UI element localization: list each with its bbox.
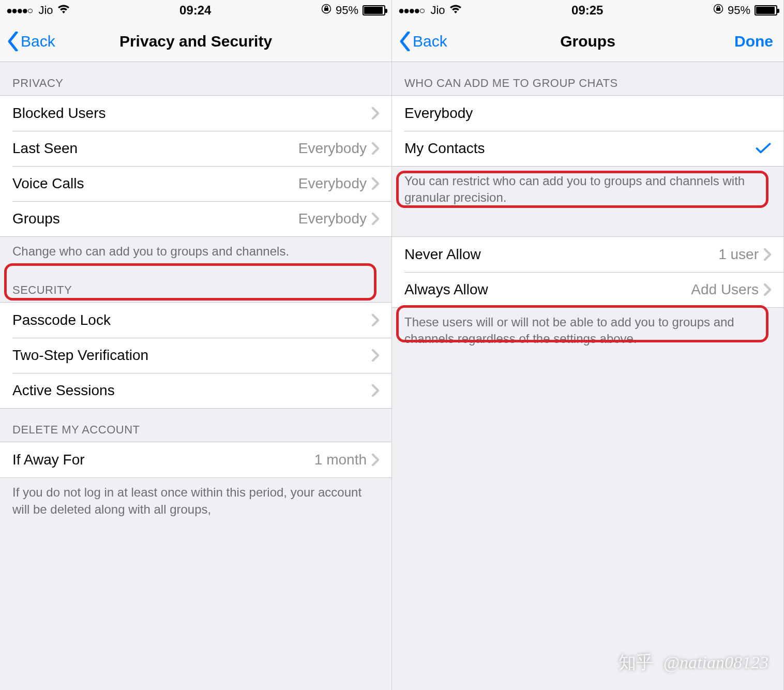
content: WHO CAN ADD ME TO GROUP CHATS Everybody … bbox=[392, 62, 783, 690]
status-bar: ●●●●○ Jio 09:25 95% bbox=[392, 0, 783, 21]
row-value: 1 month bbox=[314, 452, 367, 468]
orientation-lock-icon bbox=[321, 4, 331, 17]
row-label: Always Allow bbox=[404, 281, 488, 298]
signal-dots-icon: ●●●●○ bbox=[6, 5, 32, 17]
row-label: Blocked Users bbox=[12, 105, 106, 122]
row-value: Everybody bbox=[298, 175, 367, 192]
nav-bar: Back Groups Done bbox=[392, 21, 783, 62]
row-groups[interactable]: Groups Everybody bbox=[0, 201, 391, 236]
battery-percent: 95% bbox=[336, 4, 358, 17]
chevron-right-icon bbox=[372, 314, 379, 326]
back-label: Back bbox=[21, 33, 55, 50]
section-header-who: WHO CAN ADD ME TO GROUP CHATS bbox=[392, 62, 783, 95]
nav-bar: Back Privacy and Security bbox=[0, 21, 391, 62]
row-everybody[interactable]: Everybody bbox=[392, 96, 783, 131]
signal-dots-icon: ●●●●○ bbox=[398, 5, 424, 17]
back-button[interactable]: Back bbox=[7, 32, 55, 51]
list-privacy: Blocked Users Last Seen Everybody Voice … bbox=[0, 95, 391, 237]
row-blocked-users[interactable]: Blocked Users bbox=[0, 96, 391, 131]
list-who: Everybody My Contacts bbox=[392, 95, 783, 167]
row-label: Passcode Lock bbox=[12, 312, 111, 328]
row-label: Everybody bbox=[404, 105, 473, 122]
section-footer-privacy: Change who can add you to groups and cha… bbox=[0, 237, 391, 269]
chevron-right-icon bbox=[764, 248, 771, 261]
battery-percent: 95% bbox=[728, 4, 750, 17]
content: PRIVACY Blocked Users Last Seen Everybod… bbox=[0, 62, 391, 690]
section-header-privacy: PRIVACY bbox=[0, 62, 391, 95]
list-delete: If Away For 1 month bbox=[0, 442, 391, 478]
chevron-right-icon bbox=[372, 384, 379, 397]
row-two-step-verification[interactable]: Two-Step Verification bbox=[0, 338, 391, 373]
battery-icon bbox=[363, 5, 385, 16]
list-exceptions: Never Allow 1 user Always Allow Add User… bbox=[392, 236, 783, 308]
chevron-left-icon bbox=[7, 32, 19, 51]
done-button[interactable]: Done bbox=[734, 33, 773, 50]
row-if-away-for[interactable]: If Away For 1 month bbox=[0, 442, 391, 477]
status-time: 09:24 bbox=[179, 3, 211, 18]
chevron-right-icon bbox=[372, 349, 379, 362]
row-value: Everybody bbox=[298, 140, 367, 157]
status-time: 09:25 bbox=[571, 3, 603, 18]
chevron-right-icon bbox=[372, 142, 379, 155]
row-label: Voice Calls bbox=[12, 175, 84, 192]
row-value: Everybody bbox=[298, 211, 367, 227]
row-always-allow[interactable]: Always Allow Add Users bbox=[392, 272, 783, 307]
battery-icon bbox=[755, 5, 777, 16]
screen-groups: ●●●●○ Jio 09:25 95% Back Groups Done WHO… bbox=[392, 0, 784, 690]
list-security: Passcode Lock Two-Step Verification Acti… bbox=[0, 302, 391, 409]
chevron-right-icon bbox=[372, 213, 379, 225]
wifi-icon bbox=[449, 4, 462, 17]
row-label: If Away For bbox=[12, 452, 85, 468]
row-label: Last Seen bbox=[12, 140, 78, 157]
section-footer-exceptions: These users will or will not be able to … bbox=[392, 308, 783, 357]
page-title: Groups bbox=[392, 33, 783, 50]
back-button[interactable]: Back bbox=[399, 32, 447, 51]
row-label: Active Sessions bbox=[12, 382, 115, 399]
chevron-right-icon bbox=[372, 454, 379, 466]
screen-privacy-security: ●●●●○ Jio 09:24 95% Back Privacy and Sec… bbox=[0, 0, 392, 690]
row-label: My Contacts bbox=[404, 140, 485, 157]
row-value: Add Users bbox=[691, 281, 759, 298]
page-title: Privacy and Security bbox=[0, 33, 391, 50]
row-my-contacts[interactable]: My Contacts bbox=[392, 131, 783, 166]
section-footer-who: You can restrict who can add you to grou… bbox=[392, 167, 783, 216]
row-last-seen[interactable]: Last Seen Everybody bbox=[0, 131, 391, 166]
row-value: 1 user bbox=[718, 246, 759, 263]
row-passcode-lock[interactable]: Passcode Lock bbox=[0, 303, 391, 338]
section-header-delete: DELETE MY ACCOUNT bbox=[0, 409, 391, 442]
row-active-sessions[interactable]: Active Sessions bbox=[0, 373, 391, 408]
back-label: Back bbox=[413, 33, 447, 50]
status-bar: ●●●●○ Jio 09:24 95% bbox=[0, 0, 391, 21]
chevron-right-icon bbox=[372, 107, 379, 119]
chevron-right-icon bbox=[372, 177, 379, 190]
wifi-icon bbox=[57, 4, 70, 17]
chevron-right-icon bbox=[764, 283, 771, 296]
row-voice-calls[interactable]: Voice Calls Everybody bbox=[0, 166, 391, 201]
chevron-left-icon bbox=[399, 32, 411, 51]
orientation-lock-icon bbox=[713, 4, 723, 17]
carrier-label: Jio bbox=[430, 4, 445, 17]
section-footer-delete: If you do not log in at least once withi… bbox=[0, 478, 391, 527]
row-label: Never Allow bbox=[404, 246, 481, 263]
checkmark-icon bbox=[756, 142, 771, 155]
row-never-allow[interactable]: Never Allow 1 user bbox=[392, 237, 783, 272]
carrier-label: Jio bbox=[38, 4, 53, 17]
row-label: Groups bbox=[12, 211, 60, 227]
section-header-security: SECURITY bbox=[0, 269, 391, 302]
row-label: Two-Step Verification bbox=[12, 347, 148, 364]
